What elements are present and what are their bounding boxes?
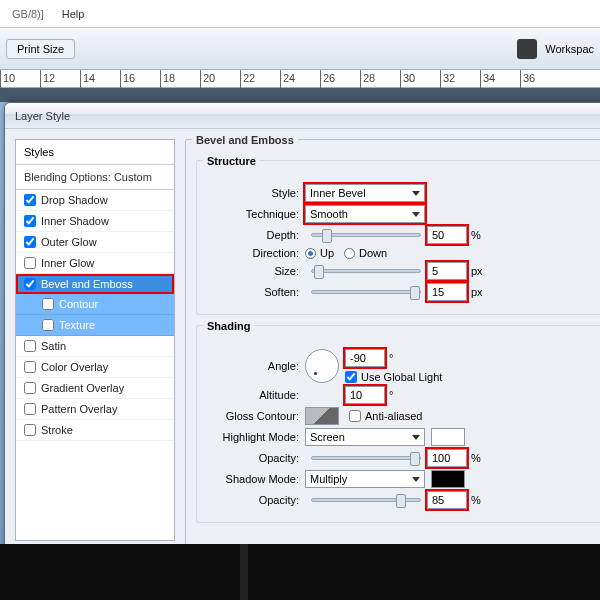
chk-texture[interactable] — [42, 319, 54, 331]
chk-contour[interactable] — [42, 298, 54, 310]
dialog-titlebar[interactable]: Layer Style ✕ — [5, 103, 600, 129]
chevron-down-icon — [412, 212, 420, 217]
panel-title: Bevel and Emboss — [192, 134, 298, 146]
highlight-opacity-input[interactable]: 100 — [427, 449, 467, 467]
style-drop-shadow[interactable]: Drop Shadow — [16, 190, 174, 211]
highlight-opacity-unit: % — [471, 452, 481, 464]
dialog-title: Layer Style — [15, 110, 600, 122]
gloss-contour-label: Gloss Contour: — [207, 410, 305, 422]
toolbar: Print Size Workspac — [0, 28, 600, 70]
highlight-mode-label: Highlight Mode: — [207, 431, 305, 443]
chk-outer-glow[interactable] — [24, 236, 36, 248]
size-unit: px — [471, 265, 483, 277]
shadow-opacity-slider[interactable] — [311, 498, 421, 502]
chk-color-overlay[interactable] — [24, 361, 36, 373]
altitude-unit: ° — [389, 389, 393, 401]
size-slider[interactable] — [311, 269, 421, 273]
angle-unit: ° — [389, 352, 393, 364]
size-label: Size: — [207, 265, 305, 277]
altitude-label: Altitude: — [207, 389, 305, 401]
shadow-mode-label: Shadow Mode: — [207, 473, 305, 485]
style-texture[interactable]: Texture — [16, 315, 174, 336]
chk-bevel-emboss[interactable] — [24, 278, 36, 290]
shadow-color-chip[interactable] — [431, 470, 465, 488]
chk-stroke[interactable] — [24, 424, 36, 436]
style-select[interactable]: Inner Bevel — [305, 184, 425, 202]
canvas-area — [0, 544, 600, 600]
highlight-opacity-label: Opacity: — [207, 452, 305, 464]
chk-gradient-overlay[interactable] — [24, 382, 36, 394]
chk-drop-shadow[interactable] — [24, 194, 36, 206]
anti-aliased-checkbox[interactable] — [349, 410, 361, 422]
shadow-mode-select[interactable]: Multiply — [305, 470, 425, 488]
style-gradient-overlay[interactable]: Gradient Overlay — [16, 378, 174, 399]
styles-header[interactable]: Styles — [16, 140, 174, 165]
style-contour[interactable]: Contour — [16, 294, 174, 315]
print-size-button[interactable]: Print Size — [6, 39, 75, 59]
gloss-contour-picker[interactable] — [305, 407, 339, 425]
depth-unit: % — [471, 229, 481, 241]
style-label: Style: — [207, 187, 305, 199]
angle-wheel[interactable] — [305, 349, 339, 383]
depth-input[interactable]: 50 — [427, 226, 467, 244]
angle-input[interactable]: -90 — [345, 349, 385, 367]
styles-panel: Styles Blending Options: Custom Drop Sha… — [15, 139, 175, 541]
style-bevel-emboss[interactable]: Bevel and Emboss — [16, 274, 174, 294]
menu-help[interactable]: Help — [62, 8, 85, 20]
highlight-mode-select[interactable]: Screen — [305, 428, 425, 446]
style-outer-glow[interactable]: Outer Glow — [16, 232, 174, 253]
chk-satin[interactable] — [24, 340, 36, 352]
soften-input[interactable]: 15 — [427, 283, 467, 301]
style-color-overlay[interactable]: Color Overlay — [16, 357, 174, 378]
bevel-panel: Bevel and Emboss Structure Style: Inner … — [185, 139, 600, 541]
soften-label: Soften: — [207, 286, 305, 298]
shadow-opacity-unit: % — [471, 494, 481, 506]
direction-down-radio[interactable]: Down — [344, 247, 387, 259]
technique-select[interactable]: Smooth — [305, 205, 425, 223]
chevron-down-icon — [412, 477, 420, 482]
depth-slider[interactable] — [311, 233, 421, 237]
soften-slider[interactable] — [311, 290, 421, 294]
chevron-down-icon — [412, 191, 420, 196]
shadow-opacity-input[interactable]: 85 — [427, 491, 467, 509]
ruler: 10 12 14 16 18 20 22 24 26 28 30 32 34 3… — [0, 70, 600, 88]
chk-inner-shadow[interactable] — [24, 215, 36, 227]
highlight-opacity-slider[interactable] — [311, 456, 421, 460]
angle-label: Angle: — [207, 360, 305, 372]
style-inner-shadow[interactable]: Inner Shadow — [16, 211, 174, 232]
workspace-label[interactable]: Workspac — [545, 43, 594, 55]
chk-inner-glow[interactable] — [24, 257, 36, 269]
direction-label: Direction: — [207, 247, 305, 259]
menubar: GB/8)] Help — [0, 0, 600, 28]
highlight-color-chip[interactable] — [431, 428, 465, 446]
soften-unit: px — [471, 286, 483, 298]
style-inner-glow[interactable]: Inner Glow — [16, 253, 174, 274]
depth-label: Depth: — [207, 229, 305, 241]
layer-style-dialog: Layer Style ✕ Styles Blending Options: C… — [4, 102, 600, 552]
technique-label: Technique: — [207, 208, 305, 220]
blending-options[interactable]: Blending Options: Custom — [16, 165, 174, 190]
title-fragment: GB/8)] — [12, 8, 44, 20]
chk-pattern-overlay[interactable] — [24, 403, 36, 415]
style-satin[interactable]: Satin — [16, 336, 174, 357]
shadow-opacity-label: Opacity: — [207, 494, 305, 506]
style-pattern-overlay[interactable]: Pattern Overlay — [16, 399, 174, 420]
shading-title: Shading — [203, 320, 254, 332]
size-input[interactable]: 5 — [427, 262, 467, 280]
global-light-checkbox[interactable] — [345, 371, 357, 383]
direction-up-radio[interactable]: Up — [305, 247, 334, 259]
chevron-down-icon — [412, 435, 420, 440]
style-stroke[interactable]: Stroke — [16, 420, 174, 441]
structure-title: Structure — [203, 155, 260, 167]
global-light-label: Use Global Light — [361, 371, 442, 383]
anti-aliased-label: Anti-aliased — [365, 410, 422, 422]
altitude-input[interactable]: 10 — [345, 386, 385, 404]
workspace-icon[interactable] — [517, 39, 537, 59]
